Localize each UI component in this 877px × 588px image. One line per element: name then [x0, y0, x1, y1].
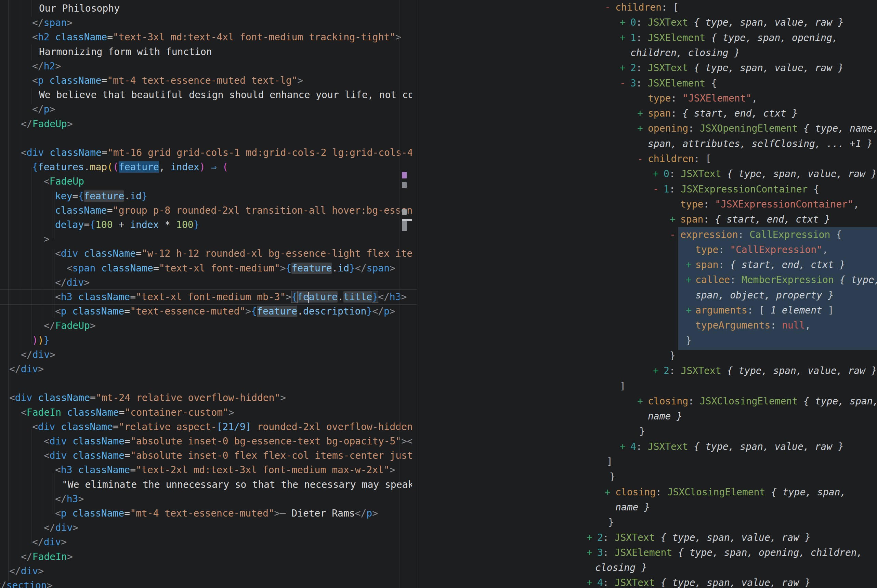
token: : [603, 577, 615, 588]
ast-row[interactable]: typeArguments: null, [0, 318, 877, 333]
ast-node-type: JSXExpressionContainer [681, 184, 808, 195]
ast-row[interactable]: ] [0, 454, 877, 470]
expand-icon[interactable]: + [637, 121, 643, 136]
ast-node-type: MemberExpression [742, 274, 834, 285]
ast-row[interactable]: type: "JSXExpressionContainer", [0, 197, 877, 212]
ast-key: span [695, 259, 718, 270]
ast-row[interactable]: -1: JSXExpressionContainer { [0, 182, 877, 197]
token: : [770, 320, 782, 331]
expand-icon[interactable]: + [686, 303, 692, 318]
expand-icon[interactable]: + [587, 545, 592, 560]
collapse-icon[interactable]: - [637, 152, 643, 166]
ast-row-content: 0: JSXText { type, span, value, raw } [631, 15, 844, 30]
ast-row[interactable]: +span: { start, end, ctxt } [0, 257, 877, 273]
ast-index: 2 [664, 365, 670, 376]
ast-row-content: 3: JSXElement { [631, 76, 717, 91]
token: : [636, 441, 648, 452]
ast-summary: { type, span, value, raw } [688, 441, 844, 452]
ast-summary: { type, span, [765, 486, 846, 498]
token: : [636, 78, 648, 89]
ast-row[interactable]: name } [0, 409, 877, 424]
collapse-icon[interactable]: - [620, 76, 626, 91]
expand-icon[interactable]: + [587, 530, 592, 545]
ast-summary: span, attributes, selfClosing, ... +1 } [648, 138, 872, 149]
ast-row[interactable]: +2: JSXText { type, span, value, raw } [0, 60, 877, 75]
ast-row-content: expression: CallExpression { [680, 227, 842, 242]
ast-summary: { type, name, [797, 123, 877, 134]
ast-row[interactable]: +0: JSXText { type, span, value, raw } [0, 15, 877, 30]
collapse-icon[interactable]: - [605, 0, 611, 15]
token: : [670, 168, 681, 180]
ast-row[interactable]: +opening: JSXOpeningElement { type, name… [0, 121, 877, 136]
ast-row[interactable]: +0: JSXText { type, span, value, raw } [0, 166, 877, 182]
ast-row[interactable]: +span: { start, end, ctxt } [0, 212, 877, 227]
token: : [671, 108, 682, 119]
token: , [853, 199, 859, 210]
ast-row[interactable]: +1: JSXElement { type, span, opening, [0, 30, 877, 45]
token: : [718, 259, 730, 270]
ast-row[interactable]: closing } [0, 560, 877, 575]
ast-row-content: children, closing } [631, 45, 740, 60]
ast-row-content: type: "JSXElement", [648, 91, 757, 106]
expand-icon[interactable]: + [653, 363, 659, 378]
ast-row[interactable]: -children: [ [0, 0, 877, 15]
expand-icon[interactable]: + [686, 257, 692, 273]
ast-row[interactable]: +callee: MemberExpression { type, [0, 273, 877, 288]
ast-row[interactable]: +arguments: [ 1 element ] [0, 303, 877, 318]
ast-row[interactable]: type: "JSXElement", [0, 91, 877, 106]
expand-icon[interactable]: + [620, 60, 626, 75]
editor-workbench: Our Philosophy</span><h2 className="text… [0, 0, 877, 588]
expand-icon[interactable]: + [653, 166, 659, 182]
ast-row[interactable]: +4: JSXText { type, span, value, raw } [0, 575, 877, 588]
ast-row-content: ] [620, 379, 626, 394]
expand-icon[interactable]: + [620, 439, 626, 454]
expand-icon[interactable]: + [637, 106, 643, 121]
expand-icon[interactable]: + [605, 485, 611, 500]
ast-row[interactable]: children, closing } [0, 45, 877, 60]
ast-row[interactable]: +4: JSXText { type, span, value, raw } [0, 439, 877, 454]
ast-row[interactable]: +3: JSXElement { type, span, opening, ch… [0, 545, 877, 560]
ast-row[interactable]: } [0, 333, 877, 348]
ast-row[interactable]: -children: [ [0, 152, 877, 166]
ast-row[interactable]: span, object, property } [0, 288, 877, 303]
ast-summary: { type, span, value, raw } [688, 62, 844, 74]
ast-row[interactable]: +span: { start, end, ctxt } [0, 106, 877, 121]
collapse-icon[interactable]: - [653, 182, 659, 197]
ast-row[interactable]: +closing: JSXClosingElement { type, span… [0, 485, 877, 500]
ast-string-value: "CallExpression" [730, 244, 822, 255]
ast-row[interactable]: } [0, 424, 877, 439]
ast-row-content: name } [615, 500, 650, 515]
ast-row[interactable]: name } [0, 500, 877, 515]
expand-icon[interactable]: + [637, 394, 643, 409]
ast-row-content: span: { start, end, ctxt } [695, 257, 845, 273]
expand-icon[interactable]: + [587, 575, 592, 588]
token: { [830, 229, 842, 240]
ast-row[interactable]: } [0, 470, 877, 484]
ast-row[interactable]: +closing: JSXClosingElement { type, span… [0, 394, 877, 409]
collapse-icon[interactable]: - [670, 227, 676, 242]
ast-row[interactable]: } [0, 348, 877, 363]
ast-row[interactable]: span, attributes, selfClosing, ... +1 } [0, 136, 877, 152]
token: : [688, 123, 700, 134]
expand-icon[interactable]: + [686, 273, 692, 288]
expand-icon[interactable]: + [620, 30, 626, 45]
ast-row[interactable]: type: "CallExpression", [0, 242, 877, 257]
ast-key: expression [680, 229, 738, 240]
ast-summary: { type, span, opening, children, [672, 547, 862, 558]
ast-row-content: } [670, 348, 676, 363]
expand-icon[interactable]: + [620, 15, 626, 30]
ast-node-type: JSXClosingElement [700, 396, 798, 407]
ast-row[interactable]: -3: JSXElement { [0, 76, 877, 91]
token: : [636, 32, 648, 44]
ast-row[interactable]: } [0, 515, 877, 530]
ast-key: typeArguments [695, 320, 770, 331]
ast-row-content: } [639, 424, 645, 439]
ast-row[interactable]: -expression: CallExpression { [0, 227, 877, 242]
ast-row[interactable]: ] [0, 379, 877, 394]
ast-node-type: JSXText [648, 62, 688, 74]
expand-icon[interactable]: + [670, 212, 676, 227]
ast-row-content: arguments: [ 1 element ] [695, 303, 834, 318]
ast-row-content: callee: MemberExpression { type, [695, 273, 877, 288]
ast-row[interactable]: +2: JSXText { type, span, value, raw } [0, 530, 877, 545]
ast-row[interactable]: +2: JSXText { type, span, value, raw } [0, 363, 877, 378]
